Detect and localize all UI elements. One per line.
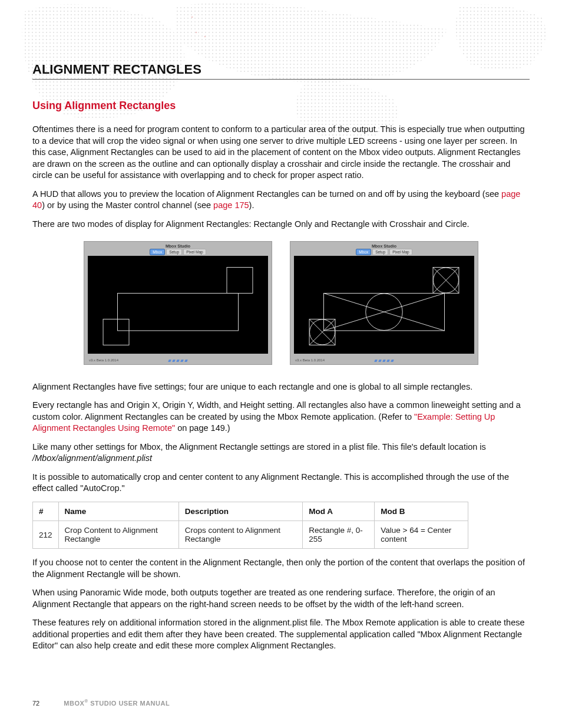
manual-title: MBOX® STUDIO USER MANUAL	[64, 700, 170, 707]
window-title: Mbox Studio	[290, 244, 478, 248]
tab-pixelmap: Pixel Map	[389, 249, 412, 255]
cell-mod-a: Rectangle #, 0-255	[303, 521, 375, 549]
section-heading: ALIGNMENT RECTANGLES	[32, 62, 530, 80]
svg-rect-6	[227, 267, 253, 293]
paragraph: Oftentimes there is a need for program c…	[32, 124, 530, 182]
col-mod-b: Mod B	[375, 502, 468, 521]
paragraph: If you choose not to center the content …	[32, 557, 530, 580]
page-link[interactable]: page 175	[213, 200, 249, 210]
page-footer: 72 MBOX® STUDIO USER MANUAL	[32, 699, 170, 707]
paragraph: There are two modes of display for Align…	[32, 219, 530, 230]
paragraph: These features rely on additional inform…	[32, 617, 530, 652]
tab-mbox: Mbox	[150, 249, 165, 255]
paragraph: A HUD that allows you to preview the loc…	[32, 189, 530, 212]
page-number: 72	[32, 700, 39, 707]
figure-stage	[294, 256, 474, 354]
text: Like many other settings for Mbox, the A…	[32, 442, 486, 452]
figure-rectangle-crosshair: Mbox Studio MboxSetupPixel Map	[290, 241, 478, 365]
col-mod-a: Mod A	[303, 502, 375, 521]
cell-name: Crop Content to Alignment Rectangle	[58, 521, 178, 549]
figure-version: v3.x Beta 1.0.2014	[295, 358, 325, 362]
svg-rect-5	[103, 319, 129, 345]
window-title: Mbox Studio	[84, 244, 272, 248]
footer-dots-icon	[375, 360, 394, 362]
cell-description: Crops content to Alignment Rectangle	[178, 521, 302, 549]
file-path: /Mbox/alignment/alignment.plist	[32, 453, 152, 463]
text: A HUD that allows you to preview the loc…	[32, 189, 501, 199]
text: ).	[249, 200, 254, 210]
figure-row: Mbox Studio MboxSetupPixel Map v3.x Beta…	[32, 241, 530, 365]
svg-rect-4	[117, 293, 238, 330]
figure-version: v3.x Beta 1.0.2014	[89, 358, 118, 362]
tab-mbox: Mbox	[356, 249, 371, 255]
paragraph: It is possible to automatically crop and…	[32, 472, 530, 495]
tab-setup: Setup	[372, 249, 388, 255]
cell-number: 212	[33, 521, 59, 549]
paragraph: Like many other settings for Mbox, the A…	[32, 442, 530, 465]
figure-rectangle-only: Mbox Studio MboxSetupPixel Map v3.x Beta…	[84, 241, 272, 365]
paragraph: When using Panoramic Wide mode, both out…	[32, 587, 530, 610]
table-header-row: # Name Description Mod A Mod B	[33, 502, 468, 521]
text: ) or by using the Master control channel…	[42, 200, 213, 210]
col-description: Description	[178, 502, 302, 521]
col-name: Name	[58, 502, 178, 521]
figure-stage	[88, 256, 268, 354]
page-content: ALIGNMENT RECTANGLES Using Alignment Rec…	[0, 0, 562, 677]
col-number: #	[33, 502, 59, 521]
effect-table: # Name Description Mod A Mod B 212 Crop …	[32, 502, 468, 549]
tab-setup: Setup	[166, 249, 182, 255]
subsection-heading: Using Alignment Rectangles	[32, 100, 530, 112]
window-tabs: MboxSetupPixel Map	[84, 249, 272, 255]
footer-dots-icon	[168, 360, 187, 362]
tab-pixelmap: Pixel Map	[183, 249, 206, 255]
table-row: 212 Crop Content to Alignment Rectangle …	[33, 521, 468, 549]
cell-mod-b: Value > 64 = Center content	[375, 521, 468, 549]
paragraph: Every rectangle has and Origin X, Origin…	[32, 400, 530, 434]
window-tabs: MboxSetupPixel Map	[290, 249, 478, 255]
text: on page 149.)	[175, 423, 230, 433]
paragraph: Alignment Rectangles have five settings;…	[32, 381, 530, 393]
